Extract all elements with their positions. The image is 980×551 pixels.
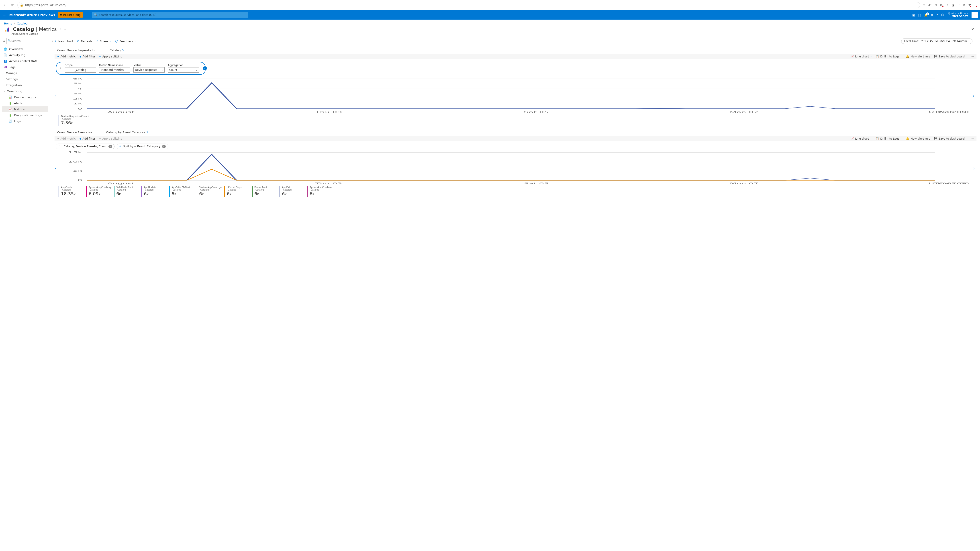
browser-url-bar[interactable]: 🔒 https://ms.portal.azure.com/ [18,2,920,8]
sidebar-item-device-insights[interactable]: 📊Device insights [2,94,48,100]
shopping-icon[interactable]: 🛍 [940,3,943,7]
drill-into-logs-button[interactable]: 📋Drill into Logs ⌄ [875,55,902,58]
legend-item[interactable]: SystemAppCrash gatewa... _Catalog 6K [197,186,223,197]
legend-item[interactable]: AppCrash _Catalog 18.35K [59,186,85,197]
collections-icon[interactable]: ⧉ [963,3,965,7]
drill-into-logs-button[interactable]: 📋Drill into Logs ⌄ [875,137,902,140]
scope-label: Scope [65,64,96,67]
time-range-selector[interactable]: Local Time: 7/31 2:45 PM - 8/9 2:45 PM (… [901,38,972,44]
sidebar-item-activity-log[interactable]: 📄Activity log [2,52,48,58]
close-blade-icon[interactable]: ✕ [971,27,974,32]
save-to-dashboard-button[interactable]: 💾Save to dashboard ⌄ [934,55,968,58]
apply-splitting-button[interactable]: ✧Apply splitting [99,55,122,58]
breadcrumb-current[interactable]: Catalog [17,22,28,25]
sidebar-item-logs[interactable]: 🧾Logs [2,118,48,124]
sidebar-settings-icon[interactable]: ◆ [3,40,5,43]
feedback-icon[interactable]: ☺ [941,13,944,17]
notifications-icon[interactable]: 🔔2 [924,13,928,17]
save-to-dashboard-button[interactable]: 💾Save to dashboard ⌄ [934,137,968,140]
add-metric-button[interactable]: ✦Add metric [57,55,76,58]
legend-item[interactable]: SystemAppCrash azured... _Catalog 6K [307,186,333,197]
azure-brand[interactable]: Microsoft Azure (Preview) [10,13,55,17]
legend-item[interactable]: AppUpdate _Catalog 6K [142,186,168,197]
tags-icon: 🏷 [3,65,7,69]
legend-name: Kernel Panic [255,186,277,189]
hamburger-menu-icon[interactable]: ☰ [2,13,7,17]
sidebar-item-metrics[interactable]: 📈Metrics [2,106,48,112]
sidebar-item-overview[interactable]: 🌐Overview [2,46,48,52]
favorites-icon[interactable]: ✧ [958,3,960,7]
browser-refresh-button[interactable]: ⟳ [10,3,15,7]
pin-star-icon[interactable]: ☆ [59,28,62,31]
browser-back-button[interactable]: ← [3,3,8,7]
edit-title-icon[interactable]: ✎ [122,49,124,52]
feedback-button[interactable]: ☺Feedback ⌄ [115,40,137,43]
sidebar-section-integration[interactable]: ›Integration [2,82,48,88]
aggregation-dropdown[interactable]: Count⌄ [168,67,199,73]
chart-type-dropdown[interactable]: 📈Line chart ⌄ [850,137,872,140]
more-actions-icon[interactable]: ⋯ [64,28,67,31]
legend-item[interactable]: Device Requests (Count) _Catalog 7.36K [59,115,90,126]
chart-nav-next-icon[interactable]: › [973,166,975,170]
chart-nav-prev-icon[interactable]: ‹ [55,166,57,170]
add-filter-button[interactable]: ▼Add filter [79,137,95,140]
extensions-icon[interactable]: ⊞ [923,3,925,7]
help-icon[interactable]: ? [936,13,938,17]
legend-item[interactable]: AppExit _Catalog 6K [280,186,306,197]
legend-value: 6 [172,191,174,196]
chart-nav-next-icon[interactable]: › [973,93,975,98]
chart-type-dropdown[interactable]: 📈Line chart ⌄ [850,55,872,58]
namespace-dropdown[interactable]: Standard metrics⌄ [99,67,130,73]
drag-handle-icon[interactable]: ⁘ [59,67,62,70]
zoom-icon[interactable]: ⊕ [935,3,937,7]
health-icon[interactable]: ❤ [969,3,971,7]
azure-search-input[interactable] [92,12,248,18]
chart-nav-prev-icon[interactable]: ‹ [55,93,57,98]
star-icon[interactable]: ☆ [946,3,949,7]
sidebar-section-monitoring[interactable]: ⌄Monitoring [2,88,48,94]
report-bug-button[interactable]: ✹ Report a bug [58,12,83,17]
scope-dropdown[interactable]: _Catalog [65,67,96,73]
sidebar-search-input[interactable] [6,38,50,44]
remove-chip-icon[interactable]: ✕ [162,145,166,148]
text-size-icon[interactable]: Aᴬ [928,3,932,7]
azure-search-box[interactable]: 🔍 [92,12,248,18]
new-alert-rule-button[interactable]: 🔔New alert rule [906,137,930,140]
user-account-box[interactable]: @microsoft.com MICROSOFT [948,12,969,18]
sidebar-item-diagnostic-settings[interactable]: ▮Diagnostic settings [2,112,48,118]
directory-icon[interactable]: ⬚ [918,13,921,17]
new-alert-rule-button[interactable]: 🔔New alert rule [906,55,930,58]
legend-item[interactable]: Kernel Panic _Catalog 6K [252,186,278,197]
metric-selector: ⁘ Scope _Catalog Metric Namespace Standa… [56,62,205,75]
chart-more-icon[interactable]: ⋯ [971,137,974,140]
chart-more-icon[interactable]: ⋯ [971,55,974,58]
settings-icon[interactable]: ⚙ [931,13,934,17]
more-icon[interactable]: ⋯ [974,3,977,7]
edit-title-icon[interactable]: ✎ [146,131,149,134]
sidebar-item-access-control[interactable]: 👥Access control (IAM) [2,58,48,64]
svg-text:Sat 05: Sat 05 [524,182,549,185]
split-chip[interactable]: ✧ Split by = Event Category ✕ [117,144,168,149]
selector-confirm-icon[interactable]: ✓ [203,66,207,70]
sidebar-item-alerts[interactable]: ▮Alerts [2,100,48,106]
apply-splitting-button[interactable]: ✧Apply splitting [99,137,122,140]
add-filter-button[interactable]: ▼Add filter [79,55,95,58]
sidebar-section-settings[interactable]: ›Settings [2,76,48,82]
metric-dropdown[interactable]: Device Requests⌄ [134,67,165,73]
split-icon[interactable]: ▣ [952,3,955,7]
legend-item[interactable]: dKernel Oops _Catalog 6K [224,186,251,197]
cloud-shell-icon[interactable]: ▣ [912,13,915,17]
legend-item[interactable]: SystemAppCrash wpa_s... _Catalog 6.09K [86,186,113,197]
remove-chip-icon[interactable]: ✕ [108,145,112,148]
refresh-button[interactable]: ⟳Refresh [77,40,92,43]
breadcrumb-home[interactable]: Home [4,22,12,25]
legend-item[interactable]: AppFailedToStart _Catalog 6K [169,186,195,197]
add-metric-button[interactable]: ✦Add metric [57,137,76,140]
sidebar-item-tags[interactable]: 🏷Tags [2,64,48,70]
metric-chip[interactable]: ⁘ _Catalog, Device Events, Count ✕ [56,144,115,149]
share-button[interactable]: ↗Share ⌄ [96,40,111,43]
legend-item[interactable]: SafeMode Boot _Catalog 6K [114,186,140,197]
new-chart-button[interactable]: ＋New chart [54,39,73,43]
user-avatar[interactable] [972,12,978,18]
sidebar-section-manage[interactable]: ›Manage [2,70,48,76]
